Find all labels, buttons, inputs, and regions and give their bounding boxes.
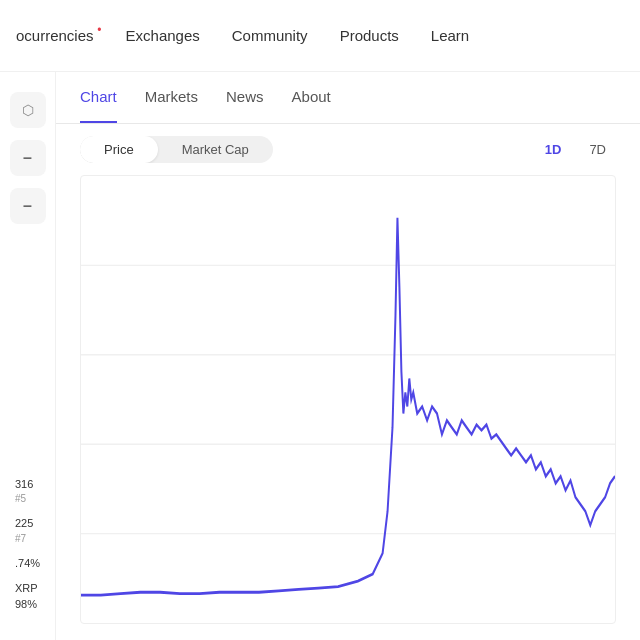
tab-about[interactable]: About xyxy=(292,72,331,123)
price-chart xyxy=(81,176,615,623)
time-1d-btn[interactable]: 1D xyxy=(535,138,572,161)
main-layout: ⬡ – – 316 #5 225 #7 .74% XRP 98% xyxy=(0,72,640,640)
left-sidebar: ⬡ – – 316 #5 225 #7 .74% XRP 98% xyxy=(0,72,56,640)
sub-tabs: Chart Markets News About xyxy=(56,72,640,124)
stat-316: 316 #5 xyxy=(15,477,40,506)
sidebar-icon-2: – xyxy=(23,197,32,215)
chart-controls: Price Market Cap 1D 7D xyxy=(56,124,640,175)
time-range-group: 1D 7D xyxy=(535,138,616,161)
stat-pct74: .74% xyxy=(15,556,40,571)
sidebar-icon-1: – xyxy=(23,149,32,167)
sidebar-btn-2[interactable]: – xyxy=(10,188,46,224)
price-marketcap-toggle: Price Market Cap xyxy=(80,136,273,163)
share-icon: ⬡ xyxy=(22,102,34,118)
tab-chart[interactable]: Chart xyxy=(80,72,117,123)
tab-markets[interactable]: Markets xyxy=(145,72,198,123)
chart-wrapper xyxy=(56,175,640,640)
market-cap-toggle-btn[interactable]: Market Cap xyxy=(158,136,273,163)
price-toggle-btn[interactable]: Price xyxy=(80,136,158,163)
nav-item-cryptocurrencies[interactable]: ocurrencies xyxy=(16,27,94,44)
time-7d-btn[interactable]: 7D xyxy=(579,138,616,161)
nav-items: ocurrencies Exchanges Community Products… xyxy=(16,27,469,44)
top-nav: ocurrencies Exchanges Community Products… xyxy=(0,0,640,72)
nav-item-products[interactable]: Products xyxy=(340,27,399,44)
stat-225: 225 #7 xyxy=(15,516,40,545)
sidebar-btn-1[interactable]: – xyxy=(10,140,46,176)
nav-item-community[interactable]: Community xyxy=(232,27,308,44)
nav-item-learn[interactable]: Learn xyxy=(431,27,469,44)
chart-container xyxy=(80,175,616,624)
share-button[interactable]: ⬡ xyxy=(10,92,46,128)
nav-item-exchanges[interactable]: Exchanges xyxy=(126,27,200,44)
stat-xrp: XRP 98% xyxy=(15,581,40,612)
tab-news[interactable]: News xyxy=(226,72,264,123)
content-area: Chart Markets News About Price Market Ca… xyxy=(56,72,640,640)
